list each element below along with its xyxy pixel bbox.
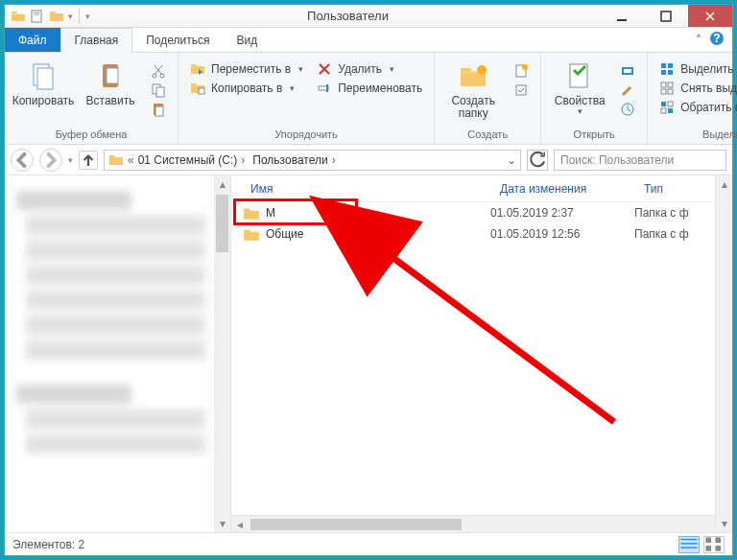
svg-rect-0 (32, 11, 41, 22)
paste-shortcut-button[interactable] (147, 101, 170, 118)
search-input[interactable]: Поиск: Пользователи (554, 150, 726, 171)
paste-button[interactable]: Вставить (80, 57, 141, 107)
sidebar-item[interactable] (26, 241, 205, 260)
cut-icon (151, 63, 166, 79)
tab-view[interactable]: Вид (223, 28, 271, 52)
svg-rect-30 (661, 82, 666, 87)
address-dropdown-icon[interactable]: ⌄ (507, 153, 516, 167)
select-none-button[interactable]: Снять выделение (655, 80, 737, 97)
forward-button[interactable] (39, 149, 62, 172)
breadcrumb-item[interactable]: Пользователи (252, 153, 339, 167)
history-button[interactable] (616, 101, 639, 118)
svg-rect-3 (617, 19, 627, 21)
column-name[interactable]: Имя (231, 182, 490, 196)
rename-button[interactable]: Переименовать (313, 80, 426, 97)
column-date[interactable]: Дата изменения (490, 182, 634, 196)
recent-locations-icon[interactable]: ▾ (68, 155, 73, 165)
invert-selection-icon (659, 100, 675, 115)
cut-button[interactable] (147, 62, 170, 80)
sidebar-item[interactable] (26, 315, 205, 335)
qat-customize-icon[interactable]: ▾ (85, 12, 90, 21)
sidebar-item[interactable] (26, 340, 205, 360)
close-button[interactable] (688, 5, 732, 27)
explorer-window: ▾ ▾ Пользователи Файл Главная Поделиться… (4, 4, 733, 556)
svg-rect-28 (661, 70, 666, 75)
copy-path-button[interactable] (147, 82, 170, 99)
ribbon: Копировать Вставить Буфер обмена Перемес… (5, 53, 732, 145)
horizontal-scrollbar[interactable]: ◂▸ (231, 515, 732, 532)
breadcrumb-item[interactable]: 01 Системный (C:) (138, 153, 250, 167)
svg-rect-8 (37, 68, 53, 89)
svg-rect-40 (680, 547, 697, 548)
back-button[interactable] (11, 149, 34, 172)
navigation-pane[interactable] (5, 175, 214, 532)
svg-rect-2 (34, 14, 39, 15)
svg-rect-14 (156, 87, 164, 97)
sidebar-item[interactable] (26, 266, 205, 285)
qat-dropdown-icon[interactable]: ▾ (68, 12, 73, 21)
sidebar-item[interactable] (16, 385, 131, 404)
sidebar-item[interactable] (26, 409, 205, 429)
svg-rect-38 (680, 539, 697, 540)
move-to-button[interactable]: Переместить в (186, 60, 307, 78)
svg-text:?: ? (713, 32, 720, 45)
sidebar-item[interactable] (16, 191, 131, 210)
file-row[interactable]: M 01.05.2019 2:37 Папка с ф (231, 202, 732, 223)
address-folder-icon (108, 152, 124, 168)
content-area: ▴ ▾ Имя Дата изменения Тип M 01.05.2019 … (5, 175, 732, 532)
group-organize-label: Упорядочить (178, 127, 434, 144)
app-folder-icon (11, 9, 26, 24)
help-icon[interactable]: ? (709, 31, 725, 49)
history-icon (620, 102, 635, 117)
properties-large-icon (564, 60, 595, 91)
svg-rect-31 (668, 82, 673, 87)
column-headers: Имя Дата изменения Тип (231, 175, 732, 202)
group-clipboard-label: Буфер обмена (5, 127, 178, 144)
titlebar: ▾ ▾ Пользователи (5, 5, 732, 28)
minimize-button[interactable] (600, 5, 644, 27)
move-to-icon (190, 61, 205, 77)
new-item-button[interactable] (510, 62, 533, 80)
properties-button[interactable]: Свойства ▾ (549, 57, 610, 117)
select-all-button[interactable]: Выделить все (655, 60, 737, 78)
svg-rect-35 (668, 102, 673, 106)
svg-rect-16 (155, 106, 163, 116)
paste-icon (95, 60, 126, 91)
open-button[interactable] (616, 62, 639, 80)
copy-to-button[interactable]: Копировать в (186, 80, 307, 97)
new-folder-button[interactable]: Создать папку (442, 57, 504, 120)
up-button[interactable] (79, 151, 98, 170)
file-list: M 01.05.2019 2:37 Папка с ф Общие 01.05.… (231, 202, 732, 245)
properties-icon[interactable] (30, 9, 45, 24)
invert-selection-button[interactable]: Обратить выделение (655, 99, 737, 116)
tab-home[interactable]: Главная (60, 28, 133, 53)
copy-button[interactable]: Копировать (12, 57, 74, 107)
edit-button[interactable] (616, 82, 639, 99)
sidebar-scrollbar[interactable]: ▴ ▾ (214, 175, 231, 532)
easy-access-button[interactable] (510, 82, 533, 99)
refresh-button[interactable] (527, 150, 548, 171)
sidebar-item[interactable] (26, 291, 205, 310)
group-new: Создать папку Создать (435, 53, 541, 144)
sidebar-item[interactable] (26, 434, 205, 454)
tab-share[interactable]: Поделиться (132, 28, 223, 52)
svg-point-22 (522, 64, 528, 70)
tab-file[interactable]: Файл (5, 28, 60, 52)
details-view-button[interactable] (678, 536, 700, 553)
vertical-scrollbar[interactable]: ▴▾ (715, 175, 732, 532)
maximize-button[interactable] (644, 5, 688, 27)
select-none-icon (659, 81, 675, 96)
icons-view-button[interactable] (703, 536, 725, 553)
sidebar-item[interactable] (26, 216, 205, 235)
file-row[interactable]: Общие 01.05.2019 12:56 Папка с ф (231, 223, 732, 245)
folder-icon[interactable] (49, 9, 64, 24)
svg-rect-27 (668, 63, 673, 68)
copy-icon (28, 60, 59, 91)
svg-rect-36 (661, 108, 666, 113)
svg-rect-44 (715, 546, 721, 551)
delete-button[interactable]: Удалить (313, 60, 426, 78)
minimize-ribbon-icon[interactable]: ˄ (696, 34, 701, 47)
new-item-icon (513, 63, 529, 79)
column-type[interactable]: Тип (634, 182, 673, 196)
address-bar[interactable]: « 01 Системный (C:) Пользователи ⌄ (104, 150, 521, 171)
